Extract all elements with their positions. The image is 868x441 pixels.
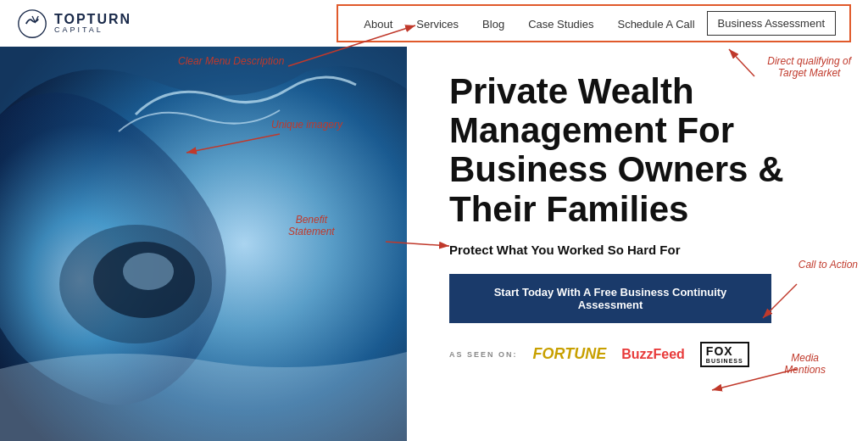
hero-cta-button[interactable]: Start Today With A Free Business Continu… — [449, 274, 771, 323]
nav-link-schedule-call[interactable]: Schedule A Call — [605, 14, 706, 34]
annotation-direct-qualifying: Direct qualifying of Target Market — [767, 55, 851, 79]
annotation-call-to-action: Call to Action — [798, 259, 858, 271]
annotation-unique-imagery: Unique imagery — [271, 119, 342, 131]
nav-item-blog[interactable]: Blog — [470, 16, 516, 31]
as-seen-label: AS SEEN ON: — [449, 350, 518, 359]
nav-box: About Services Blog Case Studies Schedul… — [337, 4, 851, 42]
as-seen-on: AS SEEN ON: FORTUNE BuzzFeed FOX BUSINES… — [449, 342, 834, 367]
hero-headline: Private Wealth Management For Business O… — [449, 72, 834, 229]
annotation-benefit-statement: Benefit Statement — [288, 214, 335, 237]
wave-background — [0, 47, 407, 441]
nav-item-about[interactable]: About — [352, 16, 404, 31]
svg-point-4 — [123, 253, 174, 290]
logo-area: TOPTURN CAPITAL — [17, 8, 131, 39]
logo-text: TOPTURN CAPITAL — [54, 12, 131, 35]
svg-point-0 — [19, 9, 46, 36]
nav-link-services[interactable]: Services — [404, 14, 470, 34]
annotation-media-mentions: Media Mentions — [784, 352, 826, 376]
logo-main: TOPTURN — [54, 12, 131, 27]
nav-link-case-studies[interactable]: Case Studies — [516, 14, 605, 34]
nav-item-case-studies[interactable]: Case Studies — [516, 16, 605, 31]
header: TOPTURN CAPITAL About Services Blog Case… — [0, 0, 868, 47]
media-logo-buzzfeed: BuzzFeed — [621, 347, 685, 362]
logo-sub: CAPITAL — [54, 26, 131, 35]
wave-image-area — [0, 47, 407, 441]
nav-link-blog[interactable]: Blog — [470, 14, 516, 34]
media-logo-fox: FOX BUSINESS — [700, 342, 749, 367]
logo-icon — [17, 8, 47, 39]
wave-svg — [0, 47, 407, 441]
hero-section: Private Wealth Management For Business O… — [0, 47, 868, 441]
media-logo-fortune: FORTUNE — [533, 345, 607, 363]
nav-item-services[interactable]: Services — [404, 16, 470, 31]
business-assessment-button[interactable]: Business Assessment — [707, 11, 836, 36]
annotation-clear-menu: Clear Menu Description — [178, 55, 284, 67]
nav-links: About Services Blog Case Studies Schedul… — [352, 16, 706, 31]
nav-item-schedule-call[interactable]: Schedule A Call — [605, 16, 706, 31]
nav-link-about[interactable]: About — [352, 14, 404, 34]
hero-content: Private Wealth Management For Business O… — [407, 47, 868, 441]
hero-subheadline: Protect What You Worked So Hard For — [449, 243, 834, 257]
